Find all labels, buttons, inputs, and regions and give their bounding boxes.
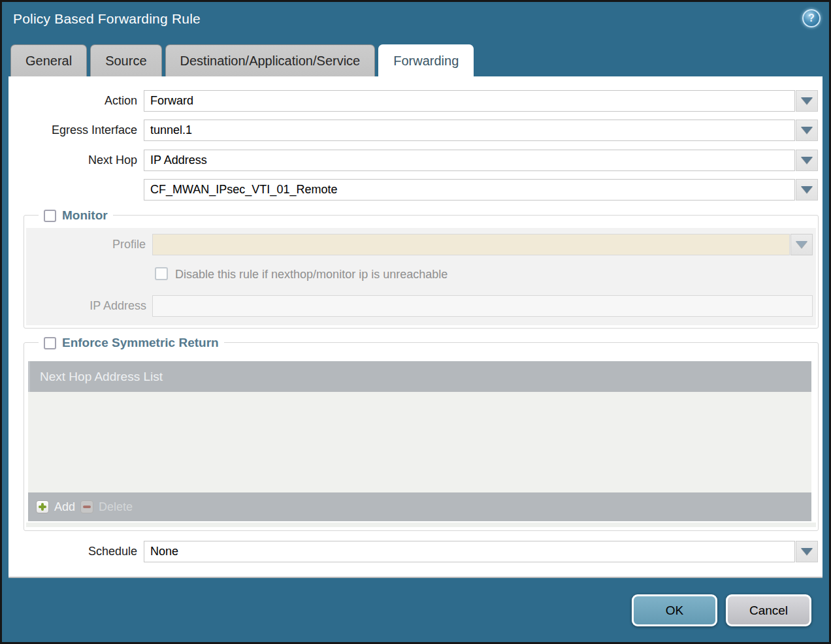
next-hop-address-list-header: Next Hop Address List <box>28 361 811 392</box>
profile-input <box>152 234 790 255</box>
enforce-legend: Enforce Symmetric Return <box>39 335 224 351</box>
tab-destination-label: Destination/Application/Service <box>180 54 361 69</box>
monitor-fieldset: Monitor Profile Disable this rule if nex… <box>24 215 819 329</box>
monitor-legend: Monitor <box>39 208 113 223</box>
tab-general-label: General <box>25 54 72 69</box>
chevron-down-icon <box>801 127 813 134</box>
next-hop-type-input[interactable] <box>144 150 795 171</box>
delete-icon[interactable] <box>80 500 93 513</box>
help-icon[interactable]: ? <box>802 9 821 27</box>
next-hop-label: Next Hop <box>8 150 137 171</box>
schedule-input[interactable] <box>144 541 795 562</box>
egress-interface-input[interactable] <box>144 120 795 141</box>
tab-general[interactable]: General <box>10 44 87 76</box>
tab-bar: General Source Destination/Application/S… <box>10 44 474 76</box>
next-hop-address-list-table: Next Hop Address List Add Delete <box>28 361 811 521</box>
action-dropdown-button[interactable] <box>796 90 818 112</box>
tab-forwarding-label: Forwarding <box>393 54 459 69</box>
next-hop-address-list-footer: Add Delete <box>28 492 811 521</box>
chevron-down-icon <box>796 241 807 248</box>
question-mark-glyph: ? <box>808 12 815 24</box>
tab-forwarding[interactable]: Forwarding <box>378 44 474 76</box>
tab-source[interactable]: Source <box>90 44 161 76</box>
action-label: Action <box>8 90 137 112</box>
egress-interface-label: Egress Interface <box>8 120 137 141</box>
schedule-label: Schedule <box>8 541 137 562</box>
ok-button[interactable]: OK <box>632 594 717 626</box>
add-icon[interactable] <box>36 500 49 513</box>
chevron-down-icon <box>801 186 813 193</box>
next-hop-address-dropdown-button[interactable] <box>796 179 818 201</box>
chevron-down-icon <box>801 548 813 555</box>
pbf-rule-dialog: Policy Based Forwarding Rule ? General S… <box>0 0 831 644</box>
add-button[interactable]: Add <box>54 500 75 514</box>
tab-source-label: Source <box>105 54 146 69</box>
dialog-title: Policy Based Forwarding Rule <box>13 11 201 27</box>
monitor-checkbox[interactable] <box>44 210 56 222</box>
next-hop-address-list-body <box>28 392 811 492</box>
action-input[interactable] <box>144 90 795 112</box>
profile-label: Profile <box>24 234 146 255</box>
monitor-ip-address-input <box>152 295 813 317</box>
schedule-dropdown-button[interactable] <box>796 541 818 562</box>
cancel-button[interactable]: Cancel <box>726 594 811 626</box>
disable-rule-label: Disable this rule if nexthop/monitor ip … <box>175 267 448 282</box>
table-bottom-strip <box>26 523 816 527</box>
enforce-symmetric-return-fieldset: Enforce Symmetric Return Next Hop Addres… <box>24 342 819 531</box>
chevron-down-icon <box>801 157 813 164</box>
egress-interface-dropdown-button[interactable] <box>796 120 818 141</box>
delete-button[interactable]: Delete <box>99 500 133 514</box>
chevron-down-icon <box>801 97 813 105</box>
monitor-legend-label: Monitor <box>62 208 108 223</box>
next-hop-address-input[interactable] <box>144 179 795 201</box>
enforce-symmetric-return-checkbox[interactable] <box>44 337 56 349</box>
disable-rule-checkbox <box>155 267 168 280</box>
tab-destination-application-service[interactable]: Destination/Application/Service <box>165 44 376 76</box>
forwarding-tab-panel: Action Egress Interface Next Hop Monitor <box>8 76 823 578</box>
profile-dropdown-button <box>790 234 813 255</box>
enforce-legend-label: Enforce Symmetric Return <box>62 336 219 350</box>
monitor-ip-address-label: IP Address <box>24 295 146 317</box>
next-hop-type-dropdown-button[interactable] <box>796 150 818 171</box>
